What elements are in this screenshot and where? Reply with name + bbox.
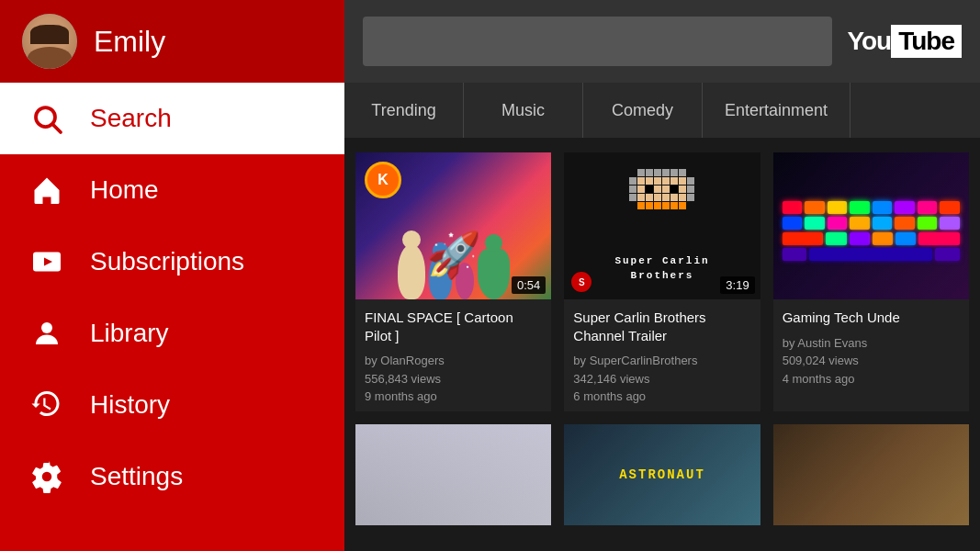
video-card-gaming-tech[interactable]: Gaming Tech Unde by Austin Evans 509,024… [773, 152, 969, 411]
video-row-1: K 0:54 FINAL SPACE [ Cartoon Pilot ] by … [355, 152, 969, 411]
main-content: YouTube Trending Music Comedy Entertainm… [344, 0, 980, 551]
sidebar-item-label: Settings [90, 462, 183, 491]
sidebar-item-settings[interactable]: Settings [0, 441, 344, 512]
sidebar-item-search[interactable]: Search [0, 83, 344, 154]
user-section: Emily [0, 0, 344, 83]
logo-tube: Tube [891, 25, 962, 58]
video-duration-2: 3:19 [720, 276, 754, 294]
tab-music[interactable]: Music [464, 83, 583, 138]
svg-point-4 [41, 322, 52, 333]
sidebar-item-subscriptions[interactable]: Subscriptions [0, 226, 344, 298]
video-card-partial-2[interactable]: ASTRONAUT [564, 424, 760, 525]
tab-entertainment[interactable]: Entertainment [703, 83, 850, 138]
logo-you: You [847, 27, 891, 56]
svg-line-1 [53, 125, 61, 132]
library-icon [26, 312, 68, 354]
history-icon [26, 384, 68, 426]
video-title-3: Gaming Tech Unde [783, 309, 960, 327]
video-card-carlin[interactable]: Super CarlinBrothers 3:19 S Super Carlin… [564, 152, 760, 411]
video-row-2: ASTRONAUT [355, 424, 969, 525]
user-name: Emily [94, 25, 165, 59]
search-icon [26, 97, 68, 140]
video-meta-3: by Austin Evans 509,024 views 4 months a… [783, 334, 960, 388]
sidebar-item-label: Library [90, 319, 169, 348]
sidebar-item-label: History [90, 390, 170, 420]
video-card-partial-1[interactable] [355, 424, 551, 525]
video-meta-1: by OlanRogers 556,843 views 9 months ago [365, 352, 542, 406]
sidebar-item-label: Subscriptions [90, 247, 244, 276]
video-title-2: Super Carlin Brothers Channel Trailer [573, 309, 750, 344]
video-card-final-space[interactable]: K 0:54 FINAL SPACE [ Cartoon Pilot ] by … [355, 152, 551, 411]
sidebar-item-home[interactable]: Home [0, 154, 344, 226]
sidebar-item-history[interactable]: History [0, 369, 344, 441]
settings-icon [26, 455, 68, 498]
subscriptions-icon [26, 241, 68, 283]
video-meta-2: by SuperCarlinBrothers 342,146 views 6 m… [573, 352, 750, 406]
video-card-partial-3[interactable] [773, 424, 969, 525]
sidebar-item-label: Search [90, 104, 172, 133]
video-title-1: FINAL SPACE [ Cartoon Pilot ] [365, 309, 542, 344]
home-icon [26, 169, 68, 211]
tab-trending[interactable]: Trending [344, 83, 464, 138]
youtube-logo: YouTube [847, 25, 962, 58]
search-input[interactable] [363, 17, 832, 66]
sidebar: Emily Search Home Subscriptions [0, 0, 344, 551]
category-tabs: Trending Music Comedy Entertainment [344, 83, 980, 138]
video-duration-1: 0:54 [512, 276, 546, 294]
sidebar-item-label: Home [90, 175, 159, 205]
topbar: YouTube [344, 0, 980, 83]
video-grid: K 0:54 FINAL SPACE [ Cartoon Pilot ] by … [344, 138, 980, 551]
tab-comedy[interactable]: Comedy [583, 83, 703, 138]
sidebar-item-library[interactable]: Library [0, 298, 344, 369]
avatar [22, 14, 77, 69]
